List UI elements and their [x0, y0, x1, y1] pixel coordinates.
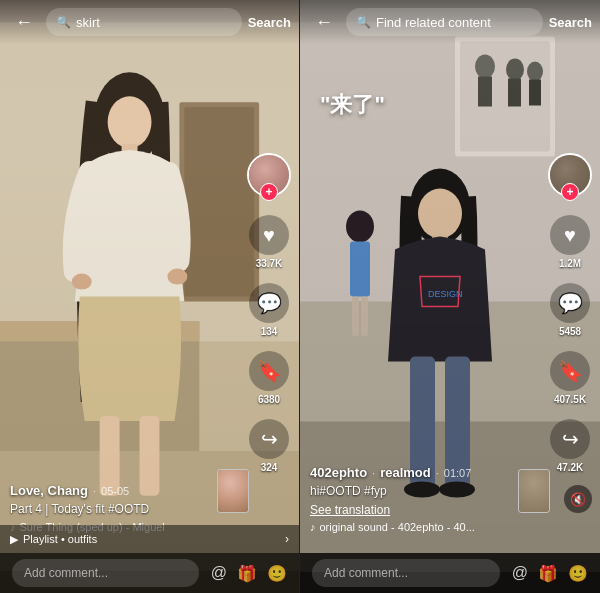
- left-header: ← 🔍 skirt Search: [0, 0, 299, 44]
- caption-right: hi#OOTD #fyp: [310, 484, 545, 498]
- creator-avatar-right[interactable]: +: [548, 153, 592, 201]
- action-sidebar-left: + ♥ 33.7K 💬 134 🔖 6380 ↪ 324: [247, 153, 291, 473]
- thumbnail-image-left: [218, 470, 248, 512]
- timestamp-right: 01:07: [444, 467, 472, 479]
- like-count-right: 1.2M: [559, 258, 581, 269]
- playlist-arrow-left: ›: [285, 532, 289, 546]
- svg-point-8: [108, 96, 152, 148]
- search-icon-left: 🔍: [56, 15, 71, 29]
- back-button-left[interactable]: ←: [8, 6, 40, 38]
- realmod-label: realmod: [380, 465, 431, 480]
- like-count-left: 33.7K: [256, 258, 283, 269]
- follow-plus-right: +: [561, 183, 579, 201]
- comment-bar-left: Add comment... @ 🎁 🙂: [0, 553, 299, 593]
- svg-point-20: [506, 59, 524, 81]
- share-button-right[interactable]: ↪ 47.2K: [550, 419, 590, 473]
- music-text-right: original sound - 402ephto - 40...: [320, 521, 475, 533]
- comment-bar-right: Add comment... @ 🎁 🙂: [300, 553, 600, 593]
- follow-plus-left: +: [260, 183, 278, 201]
- share-count-right: 47.2K: [557, 462, 584, 473]
- svg-text:DESIGN: DESIGN: [428, 289, 463, 299]
- svg-rect-42: [352, 297, 359, 337]
- username-right: 402ephto: [310, 465, 367, 480]
- see-translation[interactable]: See translation: [310, 503, 545, 517]
- music-right: ♪ original sound - 402ephto - 40...: [310, 521, 545, 533]
- search-bar-right[interactable]: 🔍 Find related content: [346, 8, 543, 36]
- svg-point-40: [346, 211, 374, 243]
- svg-point-10: [72, 274, 92, 290]
- emoji-icon-left[interactable]: 🙂: [267, 564, 287, 583]
- svg-rect-21: [508, 79, 521, 107]
- comment-placeholder-left: Add comment...: [24, 566, 108, 580]
- back-button-right[interactable]: ←: [308, 6, 340, 38]
- gift-icon-right[interactable]: 🎁: [538, 564, 558, 583]
- playlist-icon-left: ▶: [10, 533, 18, 546]
- svg-rect-23: [529, 80, 541, 106]
- comment-actions-left: @ 🎁 🙂: [211, 564, 287, 583]
- playlist-text-left: Playlist • outfits: [23, 533, 285, 545]
- bookmark-count-left: 6380: [258, 394, 280, 405]
- left-panel: ← 🔍 skirt Search + ♥ 33.7K 💬 134: [0, 0, 300, 593]
- search-query: skirt: [76, 15, 100, 30]
- video-info-right: 402ephto · realmod · 01:07 hi#OOTD #fyp …: [310, 465, 545, 533]
- timestamp-left: 05-05: [101, 485, 129, 497]
- comment-button-right[interactable]: 💬 5458: [550, 283, 590, 337]
- search-button-left[interactable]: Search: [248, 15, 291, 30]
- svg-point-11: [167, 269, 187, 285]
- svg-point-22: [527, 62, 543, 82]
- comment-button-left[interactable]: 💬 134: [249, 283, 289, 337]
- separator-left: ·: [93, 485, 96, 497]
- svg-point-32: [418, 189, 462, 239]
- at-icon-left[interactable]: @: [211, 564, 227, 582]
- search-button-right[interactable]: Search: [549, 15, 592, 30]
- username-left: Love, Chang: [10, 483, 88, 498]
- sound-button-right[interactable]: 🔇: [564, 485, 592, 513]
- gift-icon-left[interactable]: 🎁: [237, 564, 257, 583]
- bookmark-button-left[interactable]: 🔖 6380: [249, 351, 289, 405]
- share-count-left: 324: [261, 462, 278, 473]
- like-button-right[interactable]: ♥ 1.2M: [550, 215, 590, 269]
- separator-right: ·: [372, 467, 375, 479]
- thumbnail-strip-left: [217, 469, 249, 513]
- right-panel: DESIGN ← 🔍 Find related content Search "…: [300, 0, 600, 593]
- action-sidebar-right: + ♥ 1.2M 💬 5458 🔖 407.5K ↪ 47.2K: [548, 153, 592, 473]
- playlist-bar-left[interactable]: ▶ Playlist • outfits ›: [0, 525, 299, 553]
- svg-rect-3: [184, 107, 254, 296]
- like-button-left[interactable]: ♥ 33.7K: [249, 215, 289, 269]
- search-icon-right: 🔍: [356, 15, 371, 29]
- caption-left: Part 4 | Today's fit #OOTD: [10, 502, 244, 516]
- svg-rect-43: [361, 297, 368, 337]
- video-overlay-text: "来了": [320, 90, 385, 120]
- creator-avatar-left[interactable]: +: [247, 153, 291, 201]
- comment-input-right[interactable]: Add comment...: [312, 559, 500, 587]
- comment-actions-right: @ 🎁 🙂: [512, 564, 588, 583]
- svg-rect-19: [478, 77, 492, 107]
- bookmark-count-right: 407.5K: [554, 394, 586, 405]
- thumbnail-strip-right: [518, 469, 550, 513]
- search-bar-left[interactable]: 🔍 skirt: [46, 8, 242, 36]
- share-button-left[interactable]: ↪ 324: [249, 419, 289, 473]
- emoji-icon-right[interactable]: 🙂: [568, 564, 588, 583]
- right-header: ← 🔍 Find related content Search: [300, 0, 600, 44]
- bookmark-button-right[interactable]: 🔖 407.5K: [550, 351, 590, 405]
- svg-point-18: [475, 55, 495, 79]
- comment-count-right: 5458: [559, 326, 581, 337]
- svg-rect-41: [350, 242, 370, 297]
- music-note-right: ♪: [310, 521, 316, 533]
- comment-count-left: 134: [261, 326, 278, 337]
- thumbnail-image-right: [519, 470, 549, 512]
- comment-input-left[interactable]: Add comment...: [12, 559, 199, 587]
- at-icon-right[interactable]: @: [512, 564, 528, 582]
- comment-placeholder-right: Add comment...: [324, 566, 408, 580]
- search-placeholder-right: Find related content: [376, 15, 491, 30]
